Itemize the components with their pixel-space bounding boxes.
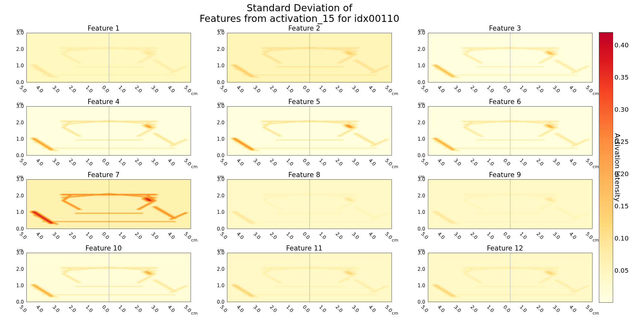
subplot: Feature 11cm0.01.02.03.05.04.03.02.01.00… — [210, 246, 398, 316]
x-axis-unit: cm — [392, 311, 398, 316]
x-tick: 4.0 — [367, 157, 377, 167]
colorbar-tick: 0.35 — [614, 73, 629, 81]
x-ticks: 5.04.03.02.01.00.01.02.03.04.05.0 — [428, 83, 592, 96]
x-tick: 2.0 — [269, 231, 278, 241]
heatmap-axes — [227, 106, 392, 156]
heatmap-axes — [26, 106, 191, 156]
x-axis-unit: cm — [191, 91, 198, 96]
x-tick: 4.0 — [167, 304, 176, 314]
x-ticks: 5.04.03.02.01.00.01.02.03.04.05.0 — [26, 230, 191, 242]
subplot: Feature 5cm0.01.02.03.05.04.03.02.01.00.… — [210, 99, 398, 169]
y-tick: 3.0 — [418, 30, 425, 36]
y-tick: 2.0 — [217, 120, 224, 126]
subplot-title: Feature 9 — [411, 171, 599, 179]
center-vline — [309, 107, 310, 156]
y-tick: 1.0 — [16, 209, 24, 215]
x-tick: 2.0 — [335, 84, 344, 94]
x-tick: 0.0 — [502, 304, 512, 314]
center-vline — [309, 253, 310, 302]
colorbar-tick: 0.15 — [614, 202, 629, 210]
y-tick: 3.0 — [16, 30, 24, 36]
heatmap-axes — [227, 253, 392, 302]
y-tick: 2.0 — [217, 193, 224, 199]
x-tick: 3.0 — [252, 84, 262, 94]
x-tick: 1.0 — [318, 157, 327, 167]
x-axis-unit: cm — [592, 91, 599, 96]
x-tick: 0.0 — [101, 157, 110, 167]
center-vline — [309, 180, 310, 229]
x-axis-unit: cm — [592, 311, 599, 316]
y-tick: 1.0 — [418, 209, 425, 215]
heatmap-axes — [227, 179, 392, 229]
heatmap-axes — [428, 253, 592, 302]
x-tick: 4.0 — [167, 84, 176, 94]
x-tick: 2.0 — [335, 304, 344, 314]
x-ticks: 5.04.03.02.01.00.01.02.03.04.05.0 — [26, 83, 191, 96]
x-tick: 4.0 — [436, 304, 446, 314]
y-tick: 3.0 — [16, 103, 24, 109]
subplot-title: Feature 4 — [10, 98, 197, 106]
y-tick: 2.0 — [16, 46, 24, 52]
subplot-title: Feature 7 — [10, 171, 197, 179]
colorbar-tick: 0.30 — [614, 106, 629, 113]
y-tick: 2.0 — [217, 266, 224, 272]
y-tick: 2.0 — [217, 46, 224, 52]
x-tick: 3.0 — [52, 84, 61, 94]
subplot: Feature 4cm0.01.02.03.05.04.03.02.01.00.… — [10, 99, 197, 169]
subplot-title: Feature 1 — [10, 24, 197, 32]
x-tick: 4.0 — [236, 304, 245, 314]
subplot-title: Feature 8 — [210, 171, 398, 179]
x-tick: 1.0 — [519, 304, 528, 314]
x-tick: 2.0 — [335, 231, 344, 241]
x-tick: 2.0 — [469, 157, 479, 167]
x-tick: 0.0 — [301, 157, 311, 167]
x-ticks: 5.04.03.02.01.00.01.02.03.04.05.0 — [227, 303, 392, 316]
x-tick: 3.0 — [453, 304, 462, 314]
x-tick: 3.0 — [52, 157, 61, 167]
subplot: Feature 9cm0.01.02.03.05.04.03.02.01.00.… — [411, 172, 599, 242]
x-tick: 1.0 — [84, 231, 94, 241]
suptitle-line1: Standard Deviation of — [247, 2, 352, 14]
y-ticks: 0.01.02.03.0 — [210, 106, 226, 156]
heatmap-axes — [428, 179, 592, 229]
colorbar-tick: 0.05 — [614, 267, 629, 274]
x-tick: 4.0 — [35, 304, 44, 314]
x-tick: 3.0 — [52, 304, 61, 314]
center-vline — [510, 253, 510, 302]
x-tick: 4.0 — [167, 157, 176, 167]
x-tick: 2.0 — [269, 84, 278, 94]
subplot: Feature 1cm0.01.02.03.05.04.03.02.01.00.… — [10, 26, 197, 96]
y-tick: 2.0 — [418, 266, 425, 272]
x-tick: 3.0 — [150, 84, 160, 94]
x-tick: 0.0 — [101, 231, 110, 241]
x-tick: 4.0 — [236, 157, 245, 167]
x-tick: 2.0 — [535, 304, 545, 314]
x-tick: 5.0 — [219, 304, 229, 314]
x-tick: 4.0 — [35, 157, 44, 167]
subplot-title: Feature 12 — [411, 244, 599, 252]
x-tick: 1.0 — [285, 84, 295, 94]
x-axis-unit: cm — [191, 311, 198, 316]
y-tick: 1.0 — [16, 283, 24, 289]
x-tick: 2.0 — [68, 231, 78, 241]
center-vline — [510, 180, 510, 229]
center-vline — [109, 253, 109, 302]
x-tick: 0.0 — [101, 304, 110, 314]
x-tick: 3.0 — [150, 231, 160, 241]
x-tick: 3.0 — [552, 157, 561, 167]
x-tick: 4.0 — [568, 231, 578, 241]
colorbar-tick: 0.10 — [614, 234, 629, 242]
x-tick: 1.0 — [285, 304, 295, 314]
x-tick: 5.0 — [219, 231, 229, 241]
x-tick: 0.0 — [502, 84, 512, 94]
heatmap-axes — [26, 33, 191, 82]
subplot-title: Feature 6 — [411, 98, 599, 106]
y-tick: 3.0 — [217, 176, 224, 182]
x-ticks: 5.04.03.02.01.00.01.02.03.04.05.0 — [227, 230, 392, 242]
center-vline — [510, 33, 510, 82]
subplot-title: Feature 2 — [210, 24, 398, 32]
x-tick: 5.0 — [420, 157, 430, 167]
figure-suptitle: Standard Deviation of Features from acti… — [0, 3, 599, 24]
x-axis-unit: cm — [392, 238, 398, 242]
x-tick: 2.0 — [469, 84, 479, 94]
